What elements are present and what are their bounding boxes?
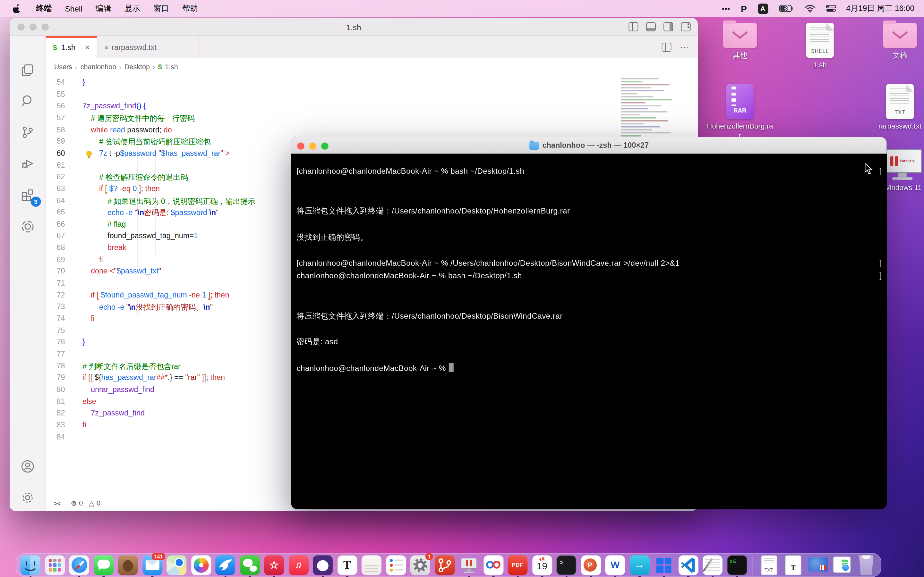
dock-item-windows11[interactable] [654,555,674,575]
running-indicator-dot [346,576,349,577]
desktop-icon-shell-1[interactable]: SHELL1.sh [784,23,856,70]
menu-clock[interactable]: 4月19日 周三 16:00 [841,3,924,14]
dock-item-calendar[interactable]: 4月19 [532,555,552,575]
code-line-54[interactable]: 54} [46,78,698,90]
chatgpt-extension-icon[interactable] [18,217,37,236]
dock-item-trash[interactable] [856,555,876,575]
min-chat-icon [833,556,851,572]
search-icon[interactable] [18,91,37,111]
code-line-56[interactable]: 567z_passwd_find() { [46,102,698,113]
customize-layout-icon[interactable] [681,22,691,31]
rar-archive-icon: RAR [726,84,754,119]
dock-item-reminders[interactable] [386,555,406,575]
desktop-icon-rar-3[interactable]: RARHohenzollernBurg.rar [704,84,776,141]
close-tab-icon[interactable]: × [85,43,89,52]
control-center-menu[interactable] [821,0,842,17]
line-number: 62 [46,172,65,181]
tab-more-actions-icon[interactable]: ··· [680,41,690,52]
dock-item-iterm[interactable]: $ ⌸ [727,555,747,575]
desktop-icon-txt-4[interactable]: TXTrarpasswd.txt [864,84,924,131]
pink-folder-icon [723,23,757,48]
dock-item-textedit[interactable] [703,555,722,575]
toggle-secondary-sidebar-icon[interactable] [664,22,673,31]
dock-item-git[interactable] [435,555,455,575]
menu-item-显示[interactable]: 显示 [118,0,147,17]
line-number: 73 [46,303,65,311]
tab-1sh[interactable]: $ 1.sh × [46,36,97,58]
code-line-57[interactable]: 57 # 遍历密码文件中的每一行密码 [46,113,698,125]
dock-item-settings[interactable]: 1 [410,555,430,575]
battery-menu[interactable] [773,0,799,17]
dock-item-min-typora[interactable]: T [783,555,803,575]
line-number: 58 [46,125,65,134]
code-line-58[interactable]: 58 while read password; do [46,125,698,137]
source-control-icon[interactable] [18,123,37,142]
dock-item-maps[interactable] [166,555,186,575]
dock-item-thunder[interactable] [215,555,235,575]
breadcrumb-segment[interactable]: chanlonhoo [81,63,116,70]
desktop-icon-folder-0[interactable]: 其他 [704,23,776,60]
menu-extra-dots[interactable]: ••• [716,0,735,17]
dock-item-vscode[interactable] [678,555,698,575]
dock-item-terminal[interactable]: >_ [556,555,576,575]
vscode-titlebar[interactable]: 1.sh [10,18,698,36]
parallels-menu-icon[interactable]: P [735,0,752,17]
menu-item-编辑[interactable]: 编辑 [89,0,118,17]
account-icon[interactable] [18,457,37,476]
dock-item-brown-app[interactable] [118,555,138,575]
input-source-menu[interactable]: A [752,0,774,17]
dock-item-github[interactable] [313,555,333,575]
split-editor-icon[interactable] [662,42,672,51]
dock-item-launchpad[interactable] [45,555,65,575]
dock-item-min-chat[interactable] [832,555,852,575]
dock-item-music[interactable]: ♫ [288,555,309,575]
dock-item-finder[interactable] [21,555,40,575]
tab-rarpasswd[interactable]: ≡ rarpasswd.txt [97,36,199,58]
dock-item-photos[interactable] [191,555,211,575]
dock-item-pdf-expert[interactable]: PDF [508,555,528,575]
toggle-panel-icon[interactable] [646,22,656,31]
dock-item-wechat[interactable] [240,555,260,575]
menu-item-app[interactable]: 终端 [29,0,58,17]
toggle-sidebar-icon[interactable] [628,22,638,31]
desktop-icon-folder-2[interactable]: 文稿 [864,23,924,60]
dock-item-parallels[interactable] [459,555,479,575]
terminal-row-13 [296,324,882,337]
home-folder-icon [529,142,539,149]
dock-item-min-txt[interactable]: TXT [759,555,779,575]
dock-item-mail[interactable]: 141 [142,555,162,575]
settings-gear-icon[interactable] [18,488,37,508]
explorer-icon[interactable] [18,61,37,80]
dock-item-powerpoint[interactable]: P [581,555,601,575]
dock-item-word[interactable]: W [605,555,625,575]
dock-item-messages[interactable] [94,555,113,575]
extensions-icon[interactable]: 3 [18,185,37,205]
dock-item-typora[interactable]: T [337,555,357,575]
breadcrumb-file[interactable]: 1.sh [165,63,178,70]
breadcrumb[interactable]: Users›chanlonhoo›Desktop›$1.sh [46,58,698,75]
menu-item-窗口[interactable]: 窗口 [147,0,176,17]
dock-item-star-app[interactable]: ☆ [264,555,284,575]
menu-item-Shell[interactable]: Shell [58,0,89,17]
line-number: 66 [46,220,65,228]
problems-status[interactable]: ⊗0 △0 [71,499,100,507]
dock-item-min-windows[interactable] [808,555,827,575]
dock-item-safari[interactable] [69,555,89,575]
code-line-55[interactable]: 55 [46,90,698,102]
dock-item-rings-app[interactable] [483,555,503,575]
wifi-menu[interactable] [799,0,821,17]
lightbulb-icon[interactable] [86,150,93,159]
terminal-row-9: chanlonhoo@chanlondeMacBook-Air ~ % bash… [296,271,882,284]
apple-menu[interactable] [0,3,29,13]
terminal-titlebar[interactable]: chanlonhoo — -zsh — 100×27 [291,137,887,154]
run-debug-icon[interactable] [18,154,37,173]
dock-item-notes[interactable] [362,555,381,575]
terminal-content[interactable]: [chanlonhoo@chanlondeMacBook-Air ~ % bas… [291,154,887,509]
remote-indicator[interactable]: >< [54,500,60,506]
breadcrumb-segment[interactable]: Desktop [124,63,150,70]
menu-item-帮助[interactable]: 帮助 [176,0,204,17]
maps-icon [166,555,186,575]
dock-item-teal-arrow[interactable]: → [630,555,649,575]
breadcrumb-segment[interactable]: Users [54,63,72,70]
warnings-icon: △ [89,499,94,507]
